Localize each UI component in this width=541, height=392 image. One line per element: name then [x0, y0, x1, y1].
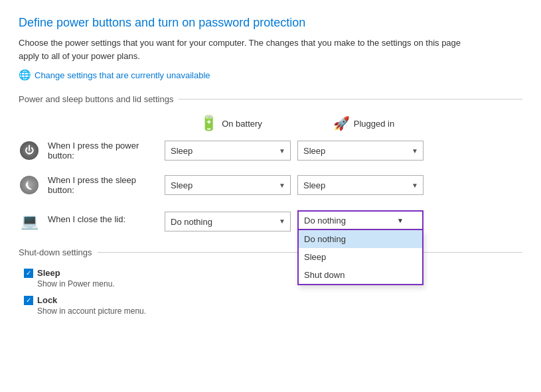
shutdown-sleep-item: Sleep Show in Power menu.: [24, 268, 522, 289]
power-button-icon: ⏻: [19, 140, 40, 161]
shutdown-lock-check-row: Lock: [24, 295, 146, 305]
sleep-plugged-dropdown-wrapper: Do nothing Sleep Hibernate Shut down Tur…: [297, 175, 424, 195]
power-plugged-dropdown-wrapper: Do nothing Sleep Hibernate Shut down Tur…: [297, 141, 424, 161]
power-button-row: ⏻ When I press the power button: Do noth…: [19, 139, 522, 163]
change-settings-link[interactable]: 🌐 Change settings that are currently una…: [19, 69, 210, 81]
lid-option-do-nothing[interactable]: Do nothing: [299, 230, 422, 248]
lid-plugged-dropdown-list: Do nothing Sleep Shut down: [297, 230, 424, 285]
column-headers: 🔋 On battery 🚀 Plugged in: [165, 115, 522, 132]
power-plugged-dropdown[interactable]: Do nothing Sleep Hibernate Shut down Tur…: [297, 141, 424, 161]
shutdown-lock-checkbox-area: Lock Show in account picture menu.: [24, 295, 146, 316]
power-battery-dropdown-wrapper: Do nothing Sleep Hibernate Shut down Tur…: [165, 141, 291, 161]
sleep-button-row: ⏾ When I press the sleep button: Do noth…: [19, 173, 522, 197]
shutdown-section: Shut-down settings Sleep Show in Power m…: [19, 247, 522, 316]
lid-battery-dropdown-wrapper: Do nothing Sleep Shut down ▼: [165, 210, 291, 231]
sleep-plugged-dropdown[interactable]: Do nothing Sleep Hibernate Shut down Tur…: [297, 175, 424, 195]
shutdown-sleep-check-row: Sleep: [24, 268, 115, 278]
sleep-button-icon: ⏾: [19, 174, 40, 196]
power-button-label: When I press the power button:: [48, 141, 165, 161]
shutdown-lock-sublabel: Show in account picture menu.: [37, 306, 146, 316]
col-header-battery: 🔋 On battery: [165, 115, 297, 132]
lid-icon: 💻: [19, 210, 40, 231]
page-description: Choose the power settings that you want …: [19, 36, 483, 62]
sleep-battery-dropdown-wrapper: Do nothing Sleep Hibernate Shut down Tur…: [165, 175, 291, 195]
lid-option-sleep[interactable]: Sleep: [299, 248, 422, 266]
sleep-button-label: When I press the sleep button:: [48, 175, 165, 195]
lid-battery-dropdown[interactable]: Do nothing Sleep Shut down: [165, 212, 291, 231]
lid-plugged-dropdown-button[interactable]: Do nothing ▼: [297, 210, 424, 230]
shutdown-sleep-checkbox-area: Sleep Show in Power menu.: [24, 268, 115, 289]
page-title: Define power buttons and turn on passwor…: [19, 16, 522, 30]
shutdown-lock-item: Lock Show in account picture menu.: [24, 295, 522, 316]
power-sleep-section-header: Power and sleep buttons and lid settings: [19, 94, 522, 104]
plugged-icon: 🚀: [333, 115, 350, 131]
sleep-battery-dropdown[interactable]: Do nothing Sleep Hibernate Shut down Tur…: [165, 175, 291, 195]
shutdown-sleep-checkbox[interactable]: [24, 269, 33, 278]
lid-plugged-dropdown-arrow: ▼: [397, 217, 404, 224]
battery-icon: 🔋: [200, 115, 218, 132]
shutdown-sleep-label: Sleep: [37, 268, 60, 278]
shutdown-section-header: Shut-down settings: [19, 247, 522, 257]
lid-row: 💻 When I close the lid: Do nothing Sleep…: [19, 208, 522, 231]
lid-plugged-dropdown-wrapper: Do nothing ▼ Do nothing Sleep Shut down: [297, 210, 424, 230]
col-header-plugged: 🚀 Plugged in: [297, 115, 430, 132]
lid-label: When I close the lid:: [48, 210, 165, 224]
lid-plugged-selected-value: Do nothing: [304, 216, 346, 226]
shutdown-lock-label: Lock: [37, 295, 57, 305]
shutdown-sleep-sublabel: Show in Power menu.: [37, 279, 115, 289]
shutdown-lock-checkbox[interactable]: [24, 296, 33, 305]
power-battery-dropdown[interactable]: Do nothing Sleep Hibernate Shut down Tur…: [165, 141, 291, 161]
lid-option-shut-down[interactable]: Shut down: [299, 266, 422, 284]
globe-icon: 🌐: [19, 69, 31, 81]
